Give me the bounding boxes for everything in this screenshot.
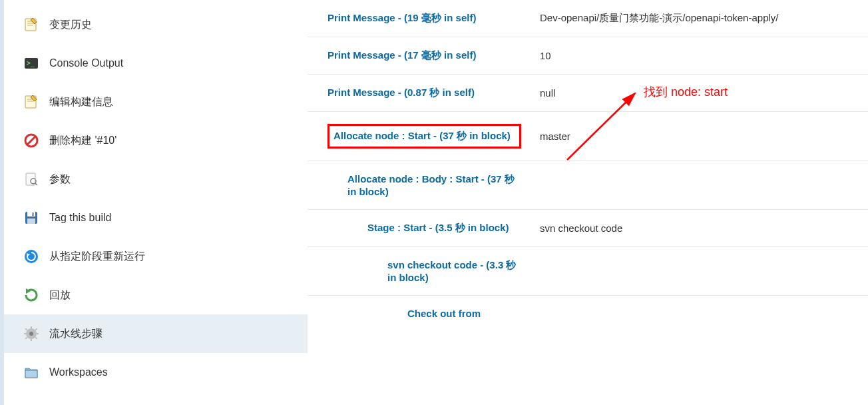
- sidebar-item-label: Tag this build: [49, 212, 111, 224]
- step-row: Allocate node : Start - (37 秒 in block)m…: [308, 112, 868, 161]
- svg-rect-15: [27, 212, 35, 216]
- step-link[interactable]: Stage : Start - (3.5 秒 in block): [367, 222, 509, 234]
- pipeline-steps-panel: Print Message - (19 毫秒 in self)Dev-opena…: [308, 0, 868, 405]
- step-row: Allocate node : Body : Start - (37 秒 in …: [308, 161, 868, 210]
- step-link[interactable]: Allocate node : Body : Start - (37 秒 in …: [347, 173, 521, 197]
- step-cell: Allocate node : Start - (37 秒 in block): [308, 112, 531, 161]
- sidebar-item-changes[interactable]: 变更历史: [4, 5, 308, 44]
- svg-rect-24: [31, 338, 32, 341]
- steps-table: Print Message - (19 毫秒 in self)Dev-opena…: [308, 0, 868, 331]
- sidebar-item-pipeline-steps[interactable]: 流水线步骤: [4, 314, 308, 353]
- sidebar-item-console[interactable]: >_ Console Output: [4, 44, 308, 83]
- svg-text:>_: >_: [27, 59, 35, 67]
- svg-rect-17: [32, 212, 34, 216]
- sidebar-item-replay[interactable]: 回放: [4, 276, 308, 314]
- step-argument: Dev-openapi/质量门禁功能-演示/openapi-token-appl…: [531, 0, 868, 37]
- sidebar-item-restart-stage[interactable]: 从指定阶段重新运行: [4, 237, 308, 276]
- sidebar-item-delete-build[interactable]: 删除构建 '#10': [4, 121, 308, 160]
- step-row: Print Message - (17 毫秒 in self)10: [308, 37, 868, 75]
- restart-icon: [23, 248, 40, 265]
- svg-rect-31: [25, 370, 37, 378]
- forbidden-icon: [23, 132, 40, 149]
- svg-line-13: [35, 183, 37, 185]
- step-cell: Print Message - (0.87 秒 in self): [308, 75, 531, 112]
- step-link[interactable]: Allocate node : Start - (37 秒 in block): [333, 130, 511, 143]
- step-row: svn checkout code - (3.3 秒 in block): [308, 247, 868, 296]
- sidebar-item-label: 参数: [49, 173, 71, 187]
- step-link[interactable]: Check out from: [407, 308, 481, 319]
- step-row: Stage : Start - (3.5 秒 in block)svn chec…: [308, 210, 868, 247]
- step-row: Print Message - (0.87 秒 in self)null: [308, 75, 868, 112]
- save-icon: [23, 209, 40, 226]
- step-argument: [531, 296, 868, 332]
- svg-point-22: [29, 332, 33, 336]
- sidebar-item-parameters[interactable]: 参数: [4, 160, 308, 199]
- terminal-icon: >_: [23, 55, 40, 72]
- folder-icon: [23, 364, 40, 381]
- step-cell: Print Message - (17 毫秒 in self): [308, 37, 531, 75]
- sidebar-item-label: Console Output: [49, 57, 123, 69]
- svg-rect-25: [24, 333, 27, 334]
- sidebar-item-label: 删除构建 '#10': [49, 134, 116, 148]
- sidebar-item-label: 回放: [49, 288, 71, 302]
- edit-icon: [23, 93, 40, 111]
- notepad-icon: [23, 16, 40, 33]
- step-argument: [531, 161, 868, 210]
- sidebar-item-label: 编辑构建信息: [49, 95, 113, 109]
- sidebar-item-tag-build[interactable]: Tag this build: [4, 199, 308, 237]
- step-link[interactable]: Print Message - (0.87 秒 in self): [327, 87, 475, 99]
- step-argument: null: [531, 75, 868, 112]
- step-row: Print Message - (19 毫秒 in self)Dev-opena…: [308, 0, 868, 37]
- sidebar-item-label: 从指定阶段重新运行: [49, 250, 145, 264]
- step-cell: Check out from: [308, 296, 531, 332]
- step-cell: Allocate node : Body : Start - (37 秒 in …: [308, 161, 531, 210]
- sidebar-item-edit-build[interactable]: 编辑构建信息: [4, 83, 308, 121]
- step-link[interactable]: Print Message - (17 毫秒 in self): [327, 49, 476, 62]
- sidebar-item-label: 流水线步骤: [49, 327, 103, 341]
- step-argument: 10: [531, 37, 868, 75]
- gear-icon: [23, 325, 40, 342]
- step-argument: master: [531, 112, 868, 161]
- svg-rect-26: [36, 333, 39, 334]
- sidebar: 变更历史 >_ Console Output 编辑构建信息 删除构建 '#10'…: [0, 0, 308, 405]
- step-cell: Print Message - (19 毫秒 in self): [308, 0, 531, 37]
- svg-rect-23: [31, 326, 32, 329]
- sidebar-item-workspaces[interactable]: Workspaces: [4, 353, 308, 392]
- svg-rect-16: [27, 218, 35, 224]
- svg-line-10: [27, 137, 35, 145]
- document-search-icon: [23, 171, 40, 188]
- step-row: Check out from: [308, 296, 868, 332]
- replay-icon: [23, 286, 40, 304]
- step-link[interactable]: svn checkout code - (3.3 秒 in block): [387, 259, 521, 283]
- sidebar-item-label: Workspaces: [49, 366, 108, 378]
- step-argument: svn checkout code: [531, 210, 868, 247]
- step-cell: svn checkout code - (3.3 秒 in block): [308, 247, 531, 296]
- step-cell: Stage : Start - (3.5 秒 in block): [308, 210, 531, 247]
- step-link[interactable]: Print Message - (19 毫秒 in self): [327, 12, 476, 25]
- sidebar-item-label: 变更历史: [49, 18, 92, 32]
- step-argument: [531, 247, 868, 296]
